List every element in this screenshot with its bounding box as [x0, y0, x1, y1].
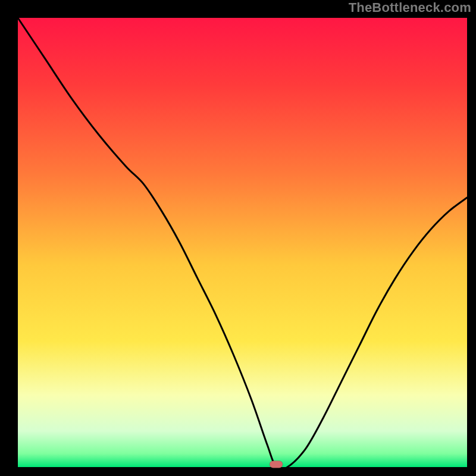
plot-background — [18, 18, 467, 467]
chart-svg — [0, 0, 476, 476]
minimum-marker — [270, 461, 283, 468]
attribution-text: TheBottleneck.com — [349, 0, 471, 15]
bottleneck-chart: TheBottleneck.com — [0, 0, 476, 476]
